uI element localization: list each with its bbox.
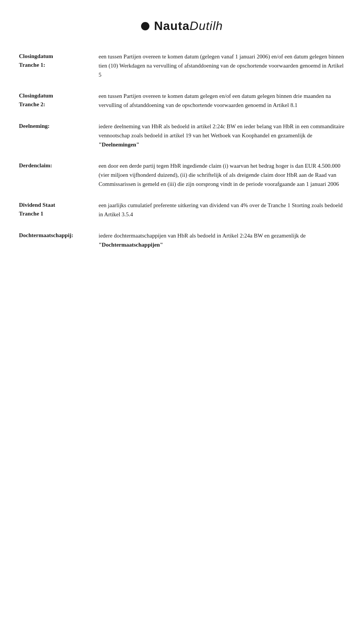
definition-text: een tussen Partijen overeen te komen dat… (99, 91, 345, 110)
page-header: NautaDutilh (19, 15, 345, 33)
term-label: Dochtermaatschappij: (19, 231, 91, 240)
definition-text: een door een derde partij tegen HbR inge… (99, 161, 345, 189)
term-col: Derdenclaim: (19, 161, 99, 170)
definitions-content: ClosingdatumTranche 1: een tussen Partij… (19, 52, 345, 249)
definition-closing-datum-tranche-2: ClosingdatumTranche 2: een tussen Partij… (19, 91, 345, 110)
logo-nauta: Nauta (154, 19, 190, 33)
definition-dividend-staat-tranche-1: Dividend StaatTranche 1 een jaarlijks cu… (19, 201, 345, 219)
definition-deelneming: Deelneming: iedere deelneming van HbR al… (19, 122, 345, 149)
definition-closing-datum-tranche-1: ClosingdatumTranche 1: een tussen Partij… (19, 52, 345, 79)
logo: NautaDutilh (141, 19, 223, 33)
term-label: ClosingdatumTranche 1: (19, 52, 91, 69)
definition-text: een tussen Partijen overeen te komen dat… (99, 52, 345, 79)
term-label: ClosingdatumTranche 2: (19, 91, 91, 109)
logo-text: NautaDutilh (154, 19, 223, 33)
definition-dochtermaatschappij: Dochtermaatschappij: iedere dochtermaats… (19, 231, 345, 249)
logo-dot-icon (141, 22, 149, 30)
definition-derdenclaim: Derdenclaim: een door een derde partij t… (19, 161, 345, 189)
logo-dutilh: Dutilh (190, 19, 223, 33)
term-label: Dividend StaatTranche 1 (19, 201, 91, 218)
term-col: Dochtermaatschappij: (19, 231, 99, 240)
definition-text: een jaarlijks cumulatief preferente uitk… (99, 201, 345, 219)
definition-text: iedere deelneming van HbR als bedoeld in… (99, 122, 345, 149)
term-col: ClosingdatumTranche 2: (19, 91, 99, 109)
term-label: Derdenclaim: (19, 161, 91, 170)
definition-text: iedere dochtermaatschappijen van HbR als… (99, 231, 345, 249)
term-col: Dividend StaatTranche 1 (19, 201, 99, 218)
term-label: Deelneming: (19, 122, 91, 131)
term-col: Deelneming: (19, 122, 99, 131)
term-col: ClosingdatumTranche 1: (19, 52, 99, 69)
